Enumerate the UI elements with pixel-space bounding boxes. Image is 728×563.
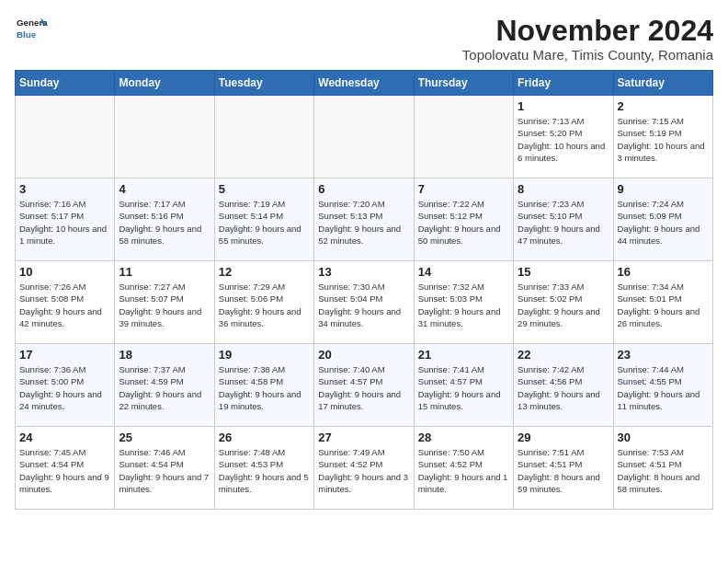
day-number: 4 xyxy=(119,182,210,196)
calendar-cell: 28Sunrise: 7:50 AM Sunset: 4:52 PM Dayli… xyxy=(414,427,513,510)
calendar-week-2: 3Sunrise: 7:16 AM Sunset: 5:17 PM Daylig… xyxy=(16,178,713,261)
day-number: 21 xyxy=(418,348,509,362)
calendar-cell: 15Sunrise: 7:33 AM Sunset: 5:02 PM Dayli… xyxy=(514,261,613,344)
day-info: Sunrise: 7:48 AM Sunset: 4:53 PM Dayligh… xyxy=(219,446,310,495)
weekday-header-friday: Friday xyxy=(514,71,613,96)
logo-icon: General Blue xyxy=(15,15,48,44)
day-number: 6 xyxy=(318,182,409,196)
weekday-header-thursday: Thursday xyxy=(414,71,513,96)
calendar-cell xyxy=(16,96,115,178)
day-info: Sunrise: 7:26 AM Sunset: 5:08 PM Dayligh… xyxy=(19,281,110,329)
day-number: 26 xyxy=(219,431,310,444)
day-number: 12 xyxy=(219,265,310,279)
day-number: 2 xyxy=(618,99,709,113)
day-info: Sunrise: 7:23 AM Sunset: 5:10 PM Dayligh… xyxy=(518,198,609,247)
day-number: 24 xyxy=(19,431,110,444)
day-number: 10 xyxy=(19,265,110,279)
day-number: 29 xyxy=(518,431,609,444)
calendar-cell: 18Sunrise: 7:37 AM Sunset: 4:59 PM Dayli… xyxy=(115,344,214,427)
calendar-cell: 6Sunrise: 7:20 AM Sunset: 5:13 PM Daylig… xyxy=(314,178,414,261)
day-number: 14 xyxy=(418,265,509,279)
day-info: Sunrise: 7:42 AM Sunset: 4:56 PM Dayligh… xyxy=(518,363,609,412)
day-info: Sunrise: 7:27 AM Sunset: 5:07 PM Dayligh… xyxy=(119,281,210,329)
weekday-header-saturday: Saturday xyxy=(613,71,712,96)
calendar-cell: 23Sunrise: 7:44 AM Sunset: 4:55 PM Dayli… xyxy=(613,344,712,427)
day-number: 8 xyxy=(518,182,609,196)
calendar-cell: 30Sunrise: 7:53 AM Sunset: 4:51 PM Dayli… xyxy=(613,427,712,510)
day-number: 17 xyxy=(19,348,110,362)
calendar-cell: 21Sunrise: 7:41 AM Sunset: 4:57 PM Dayli… xyxy=(414,344,513,427)
calendar-cell: 12Sunrise: 7:29 AM Sunset: 5:06 PM Dayli… xyxy=(214,261,313,344)
calendar-cell: 17Sunrise: 7:36 AM Sunset: 5:00 PM Dayli… xyxy=(16,344,115,427)
day-number: 16 xyxy=(618,265,709,279)
day-info: Sunrise: 7:44 AM Sunset: 4:55 PM Dayligh… xyxy=(618,363,709,412)
day-info: Sunrise: 7:34 AM Sunset: 5:01 PM Dayligh… xyxy=(618,281,709,329)
day-info: Sunrise: 7:24 AM Sunset: 5:09 PM Dayligh… xyxy=(618,198,709,247)
calendar-week-4: 17Sunrise: 7:36 AM Sunset: 5:00 PM Dayli… xyxy=(16,344,713,427)
weekday-header-wednesday: Wednesday xyxy=(314,71,414,96)
day-info: Sunrise: 7:22 AM Sunset: 5:12 PM Dayligh… xyxy=(418,198,509,247)
calendar-cell xyxy=(214,96,313,178)
svg-text:Blue: Blue xyxy=(17,29,37,40)
day-number: 1 xyxy=(518,99,609,113)
calendar-cell: 16Sunrise: 7:34 AM Sunset: 5:01 PM Dayli… xyxy=(613,261,712,344)
day-number: 13 xyxy=(318,265,409,279)
day-info: Sunrise: 7:30 AM Sunset: 5:04 PM Dayligh… xyxy=(318,281,409,329)
calendar-cell: 9Sunrise: 7:24 AM Sunset: 5:09 PM Daylig… xyxy=(613,178,712,261)
day-info: Sunrise: 7:32 AM Sunset: 5:03 PM Dayligh… xyxy=(418,281,509,329)
day-info: Sunrise: 7:37 AM Sunset: 4:59 PM Dayligh… xyxy=(119,363,210,412)
calendar-cell: 2Sunrise: 7:15 AM Sunset: 5:19 PM Daylig… xyxy=(613,96,712,178)
calendar-cell: 7Sunrise: 7:22 AM Sunset: 5:12 PM Daylig… xyxy=(414,178,513,261)
calendar-cell: 8Sunrise: 7:23 AM Sunset: 5:10 PM Daylig… xyxy=(514,178,613,261)
day-info: Sunrise: 7:17 AM Sunset: 5:16 PM Dayligh… xyxy=(119,198,210,247)
day-number: 30 xyxy=(618,431,709,444)
day-info: Sunrise: 7:38 AM Sunset: 4:58 PM Dayligh… xyxy=(219,363,310,412)
calendar-cell: 5Sunrise: 7:19 AM Sunset: 5:14 PM Daylig… xyxy=(214,178,313,261)
header: General Blue November 2024 Topolovatu Ma… xyxy=(15,15,713,63)
day-info: Sunrise: 7:20 AM Sunset: 5:13 PM Dayligh… xyxy=(318,198,409,247)
day-number: 11 xyxy=(119,265,210,279)
calendar-cell: 25Sunrise: 7:46 AM Sunset: 4:54 PM Dayli… xyxy=(115,427,214,510)
day-info: Sunrise: 7:46 AM Sunset: 4:54 PM Dayligh… xyxy=(119,446,210,495)
day-number: 20 xyxy=(318,348,409,362)
calendar-cell: 26Sunrise: 7:48 AM Sunset: 4:53 PM Dayli… xyxy=(214,427,313,510)
calendar-cell: 29Sunrise: 7:51 AM Sunset: 4:51 PM Dayli… xyxy=(514,427,613,510)
day-info: Sunrise: 7:13 AM Sunset: 5:20 PM Dayligh… xyxy=(518,115,609,164)
weekday-header-sunday: Sunday xyxy=(16,71,115,96)
calendar-table: SundayMondayTuesdayWednesdayThursdayFrid… xyxy=(15,70,713,510)
day-number: 23 xyxy=(618,348,709,362)
logo: General Blue xyxy=(15,15,48,44)
day-number: 28 xyxy=(418,431,509,444)
day-info: Sunrise: 7:51 AM Sunset: 4:51 PM Dayligh… xyxy=(518,446,609,495)
calendar-week-1: 1Sunrise: 7:13 AM Sunset: 5:20 PM Daylig… xyxy=(16,96,713,178)
calendar-cell: 11Sunrise: 7:27 AM Sunset: 5:07 PM Dayli… xyxy=(115,261,214,344)
day-info: Sunrise: 7:50 AM Sunset: 4:52 PM Dayligh… xyxy=(418,446,509,495)
calendar-cell: 19Sunrise: 7:38 AM Sunset: 4:58 PM Dayli… xyxy=(214,344,313,427)
location-subtitle: Topolovatu Mare, Timis County, Romania xyxy=(462,47,713,63)
calendar-cell xyxy=(414,96,513,178)
month-title: November 2024 xyxy=(462,15,713,47)
day-number: 22 xyxy=(518,348,609,362)
day-number: 25 xyxy=(119,431,210,444)
calendar-cell xyxy=(115,96,214,178)
weekday-header-monday: Monday xyxy=(115,71,214,96)
day-number: 9 xyxy=(618,182,709,196)
calendar-week-5: 24Sunrise: 7:45 AM Sunset: 4:54 PM Dayli… xyxy=(16,427,713,510)
day-number: 5 xyxy=(219,182,310,196)
calendar-cell: 1Sunrise: 7:13 AM Sunset: 5:20 PM Daylig… xyxy=(514,96,613,178)
calendar-cell: 22Sunrise: 7:42 AM Sunset: 4:56 PM Dayli… xyxy=(514,344,613,427)
calendar-cell: 27Sunrise: 7:49 AM Sunset: 4:52 PM Dayli… xyxy=(314,427,414,510)
calendar-cell: 24Sunrise: 7:45 AM Sunset: 4:54 PM Dayli… xyxy=(16,427,115,510)
day-number: 7 xyxy=(418,182,509,196)
day-info: Sunrise: 7:15 AM Sunset: 5:19 PM Dayligh… xyxy=(618,115,709,164)
calendar-cell: 10Sunrise: 7:26 AM Sunset: 5:08 PM Dayli… xyxy=(16,261,115,344)
day-number: 3 xyxy=(19,182,110,196)
day-info: Sunrise: 7:53 AM Sunset: 4:51 PM Dayligh… xyxy=(618,446,709,495)
calendar-week-3: 10Sunrise: 7:26 AM Sunset: 5:08 PM Dayli… xyxy=(16,261,713,344)
weekday-header-row: SundayMondayTuesdayWednesdayThursdayFrid… xyxy=(16,71,713,96)
day-info: Sunrise: 7:29 AM Sunset: 5:06 PM Dayligh… xyxy=(219,281,310,329)
calendar-cell: 3Sunrise: 7:16 AM Sunset: 5:17 PM Daylig… xyxy=(16,178,115,261)
day-info: Sunrise: 7:40 AM Sunset: 4:57 PM Dayligh… xyxy=(318,363,409,412)
day-number: 19 xyxy=(219,348,310,362)
day-info: Sunrise: 7:19 AM Sunset: 5:14 PM Dayligh… xyxy=(219,198,310,247)
